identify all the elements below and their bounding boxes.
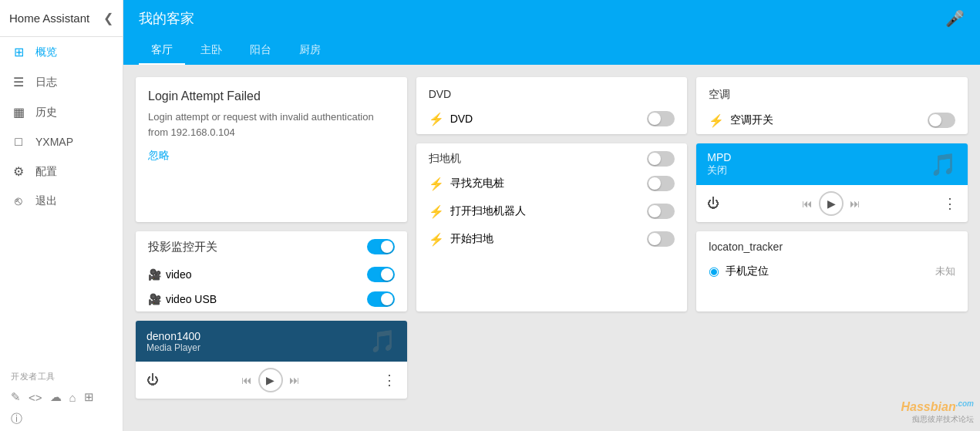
vacuum-card: 扫地机 ⚡ 寻找充电桩 ⚡ 打开扫地机器人 ⚡ 开始 (416, 143, 688, 311)
sidebar-title: Home Assistant (9, 12, 89, 25)
list-icon: ☰ (11, 75, 26, 89)
cloud-icon[interactable]: ☁ (50, 390, 62, 404)
denon-prev-button[interactable]: ⏮ (241, 374, 252, 386)
tab-kitchen[interactable]: 厨房 (287, 37, 333, 66)
projector-card: 投影监控开关 🎥 video 🎥 video USB (136, 231, 407, 311)
vacuum-toggle-2[interactable] (647, 204, 675, 219)
mpd-next-button[interactable]: ⏭ (850, 197, 860, 210)
sidebar-item-settings[interactable]: ⚙ 配置 (0, 157, 123, 187)
vacuum-item-label-1: 寻找充电桩 (450, 177, 504, 190)
sidebar: Home Assistant ❮ ⊞ 概览 ☰ 日志 ▦ 历史 □ YXMAP … (0, 0, 123, 431)
sidebar-item-logout[interactable]: ⎋ 退出 (0, 187, 123, 216)
projector-main-toggle[interactable] (367, 239, 395, 254)
dvd-left: ⚡ DVD (429, 112, 473, 126)
main-area: 我的客家 🎤 客厅 主卧 阳台 厨房 Login Attempt Failed … (123, 0, 980, 431)
dev-tools-icons: ✎ <> ☁ ⌂ ⊞ ⓘ (0, 386, 123, 431)
vacuum-toggle-1[interactable] (647, 176, 675, 191)
sidebar-item-label: 概览 (35, 45, 57, 59)
login-card-message: Login attempt or request with invalid au… (148, 109, 395, 140)
denon-power-button[interactable]: ⏻ (146, 373, 159, 387)
sidebar-item-label: 退出 (35, 194, 57, 208)
vacuum-row-3: ⚡ 开始扫地 (416, 225, 688, 253)
dvd-row: ⚡ DVD (416, 105, 688, 133)
mpd-controls: ⏻ ⏮ ▶ ⏭ ⋮ (696, 185, 968, 222)
sidebar-item-yxmap[interactable]: □ YXMAP (0, 127, 123, 157)
code-icon[interactable]: <> (29, 391, 42, 404)
sidebar-collapse-icon[interactable]: ❮ (103, 11, 113, 25)
vacuum-item-label-2: 打开扫地机器人 (450, 204, 526, 218)
bolt-icon: ⚡ (429, 112, 444, 126)
sidebar-item-label: YXMAP (35, 136, 73, 148)
video-icon: 🎥 (148, 268, 161, 281)
tab-living[interactable]: 客厅 (139, 37, 185, 66)
sidebar-item-overview[interactable]: ⊞ 概览 (0, 37, 123, 67)
sidebar-nav: ⊞ 概览 ☰ 日志 ▦ 历史 □ YXMAP ⚙ 配置 ⎋ 退出 (0, 37, 123, 365)
dvd-toggle[interactable] (647, 111, 675, 126)
home-icon[interactable]: ⌂ (69, 391, 76, 404)
chart-icon: ▦ (11, 105, 26, 120)
aircon-row: ⚡ 空调开关 (696, 106, 968, 134)
tabs-bar: 客厅 主卧 阳台 厨房 (123, 37, 980, 65)
projector-sub-row-1: 🎥 video (136, 262, 407, 287)
mic-icon[interactable]: 🎤 (945, 9, 965, 28)
mpd-power-button[interactable]: ⏻ (707, 197, 719, 210)
vacuum-main-toggle[interactable] (647, 151, 675, 167)
gear-icon: ⚙ (11, 164, 26, 179)
mpd-card: MPD 关闭 🎵 ⏻ ⏮ ▶ ⏭ ⋮ (696, 143, 968, 222)
music-icon: 🎵 (930, 152, 957, 177)
mpd-play-button[interactable]: ▶ (819, 191, 844, 216)
aircon-toggle[interactable] (928, 113, 955, 128)
vacuum-left-3: ⚡ 开始扫地 (429, 232, 493, 247)
denon-more-button[interactable]: ⋮ (382, 372, 396, 389)
sidebar-item-log[interactable]: ☰ 日志 (0, 67, 123, 97)
ignore-button[interactable]: 忽略 (148, 149, 395, 163)
topbar-title: 我的客家 (139, 9, 194, 28)
tab-balcony[interactable]: 阳台 (237, 37, 284, 66)
dvd-card: DVD ⚡ DVD (416, 77, 688, 134)
aircon-left: ⚡ 空调开关 (709, 113, 773, 128)
bolt-icon: ⚡ (429, 232, 444, 247)
location-tracker-card: locaton_tracker ◉ 手机定位 未知 (696, 231, 968, 311)
projector-sub-row-2: 🎥 video USB (136, 287, 407, 311)
projector-header: 投影监控开关 (136, 231, 407, 262)
projector-sub-toggle-2[interactable] (367, 291, 395, 307)
location-row: ◉ 手机定位 未知 (696, 258, 968, 285)
mpd-card-header: MPD 关闭 🎵 (696, 143, 968, 185)
mpd-title: MPD (707, 151, 731, 163)
logout-icon: ⎋ (11, 194, 26, 208)
sidebar-item-history[interactable]: ▦ 历史 (0, 97, 123, 127)
mpd-prev-button[interactable]: ⏮ (802, 197, 813, 210)
bolt-icon: ⚡ (709, 113, 724, 128)
location-card-title: locaton_tracker (696, 231, 968, 258)
mpd-more-button[interactable]: ⋮ (943, 195, 957, 212)
projector-sub-toggle-1[interactable] (367, 267, 395, 282)
denon-title: denon1400 (146, 330, 200, 342)
denon-controls: ⏻ ⏮ ▶ ⏭ ⋮ (136, 362, 407, 399)
sidebar-item-label: 日志 (35, 76, 57, 89)
vacuum-row-2: ⚡ 打开扫地机器人 (416, 197, 688, 225)
dev-tools-label: 开发者工具 (0, 365, 123, 386)
pencil-icon[interactable]: ✎ (11, 390, 21, 404)
login-card-title: Login Attempt Failed (148, 89, 395, 103)
vacuum-toggle-3[interactable] (647, 231, 675, 247)
sidebar-item-label: 历史 (35, 106, 57, 120)
tab-master[interactable]: 主卧 (188, 37, 234, 66)
denon-play-button[interactable]: ▶ (258, 368, 283, 392)
vacuum-row-1: ⚡ 寻找充电桩 (416, 170, 688, 197)
aircon-card: 空调 ⚡ 空调开关 (696, 77, 968, 134)
denon-card: denon1400 Media Player 🎵 ⏻ ⏮ ▶ ⏭ ⋮ (136, 321, 407, 399)
mpd-media-controls: ⏮ ▶ ⏭ (802, 191, 860, 216)
mpd-header-text: MPD 关闭 (707, 151, 731, 177)
vacuum-item-label-3: 开始扫地 (450, 232, 493, 246)
info-icon[interactable]: ⓘ (11, 412, 22, 426)
location-item-label: 手机定位 (726, 264, 769, 278)
grid2-icon[interactable]: ⊞ (84, 390, 94, 404)
projector-sub-label-1: video (166, 268, 191, 281)
video-usb-icon: 🎥 (148, 293, 161, 305)
denon-next-button[interactable]: ⏭ (289, 374, 300, 386)
aircon-card-title: 空调 (696, 77, 968, 106)
sidebar-header: Home Assistant ❮ (0, 0, 123, 37)
vacuum-card-title: 扫地机 (429, 152, 461, 166)
location-status: 未知 (935, 264, 955, 278)
dvd-item-label: DVD (450, 113, 473, 125)
